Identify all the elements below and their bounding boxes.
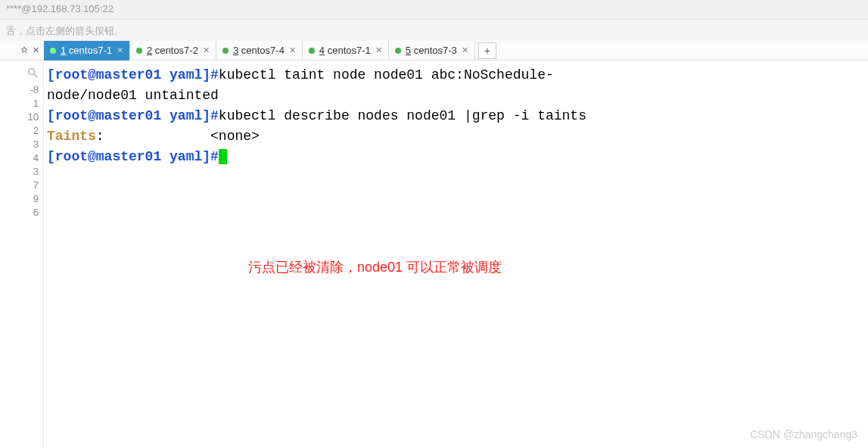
tab-label: 2 centos7-2	[147, 45, 198, 56]
tab-label: 3 centos7-4	[233, 45, 285, 56]
tab-centos7-4[interactable]: 3 centos7-4 ✕	[216, 41, 303, 61]
terminal-line: [root@master01 yaml]#	[47, 147, 865, 167]
output-text: node/node01 untainted	[47, 88, 219, 103]
close-icon[interactable]: ✕	[462, 45, 468, 55]
prompt-close: ]#	[202, 149, 219, 164]
terminal-line: Taints: <none>	[47, 126, 865, 147]
sidebar-num: 3	[0, 138, 43, 151]
add-tab-button[interactable]: +	[478, 42, 496, 59]
prompt-path: yaml	[170, 67, 202, 82]
close-icon[interactable]: ✕	[203, 45, 210, 55]
sidebar-num: 3	[0, 165, 43, 179]
close-icon[interactable]: ✕	[289, 45, 296, 55]
prompt-user: [root@master01	[47, 67, 170, 82]
tab-bar: ✕ 1 centos7-1 ✕ 2 centos7-2 ✕ 3 centos7-…	[0, 41, 868, 61]
sidebar-num: 2	[0, 124, 43, 138]
sidebar-num: -8	[0, 83, 43, 97]
taints-label: Taints	[47, 129, 96, 144]
svg-line-1	[34, 74, 37, 77]
prompt-path: yaml	[170, 149, 202, 164]
main-area: -8 1 10 2 3 4 3 7 9 6 [root@master01 yam…	[0, 61, 868, 448]
tab-centos7-3[interactable]: 5 centos7-3 ✕	[389, 41, 475, 61]
tab-label: 5 centos7-3	[406, 45, 457, 56]
search-row	[0, 65, 43, 83]
panel-close-icon[interactable]: ✕	[33, 45, 39, 55]
taints-value: : <none>	[96, 129, 260, 144]
tab-label: 4 centos7-1	[319, 45, 371, 56]
prompt-path: yaml	[170, 108, 202, 123]
close-icon[interactable]: ✕	[117, 45, 123, 55]
prompt-user: [root@master01	[47, 149, 170, 164]
terminal[interactable]: [root@master01 yaml]#kubectl taint node …	[44, 61, 868, 448]
status-dot-icon	[136, 48, 142, 54]
prompt-close: ]#	[202, 108, 219, 123]
status-dot-icon	[395, 48, 401, 54]
pin-icon[interactable]	[20, 46, 28, 55]
annotation-text: 污点已经被清除，node01 可以正常被调度	[248, 257, 502, 278]
sidebar: -8 1 10 2 3 4 3 7 9 6	[0, 61, 44, 448]
sidebar-num: 9	[0, 192, 43, 206]
sidebar-num: 10	[0, 110, 43, 124]
sidebar-num: 4	[0, 151, 43, 165]
tab-centos7-1-a[interactable]: 1 centos7-1 ✕	[44, 41, 130, 61]
command-text: kubectl describe nodes node01 |grep -i t…	[219, 108, 586, 123]
prompt-close: ]#	[202, 67, 219, 82]
title-bar: ****@192.168.73.105:22	[0, 0, 868, 20]
prompt-user: [root@master01	[47, 108, 170, 123]
cursor-icon	[219, 149, 227, 164]
hint-bar: 舌，点击左侧的箭头按钮。	[0, 20, 868, 41]
sidebar-num: 1	[0, 97, 43, 110]
tab-label: 1 centos7-1	[61, 45, 112, 56]
watermark: CSDN @zhangchang3	[750, 428, 857, 440]
status-dot-icon	[309, 48, 315, 54]
pin-area: ✕	[0, 45, 44, 55]
sidebar-num: 7	[0, 179, 43, 192]
close-icon[interactable]: ✕	[375, 45, 382, 55]
status-dot-icon	[50, 48, 56, 54]
command-text: kubectl taint node node01 abc:NoSchedule…	[219, 67, 554, 82]
status-dot-icon	[222, 48, 229, 54]
terminal-line: [root@master01 yaml]#kubectl describe no…	[47, 106, 865, 126]
sidebar-num: 6	[0, 206, 43, 219]
search-icon[interactable]	[26, 67, 39, 79]
terminal-line: [root@master01 yaml]#kubectl taint node …	[47, 65, 865, 86]
tab-centos7-2[interactable]: 2 centos7-2 ✕	[130, 41, 216, 61]
connection-text: ****@192.168.73.105:22	[6, 3, 114, 14]
hint-text: 舌，点击左侧的箭头按钮。	[6, 25, 124, 36]
terminal-line: node/node01 untainted	[47, 86, 865, 106]
tab-centos7-1-b[interactable]: 4 centos7-1 ✕	[303, 41, 389, 61]
svg-point-0	[29, 69, 35, 75]
